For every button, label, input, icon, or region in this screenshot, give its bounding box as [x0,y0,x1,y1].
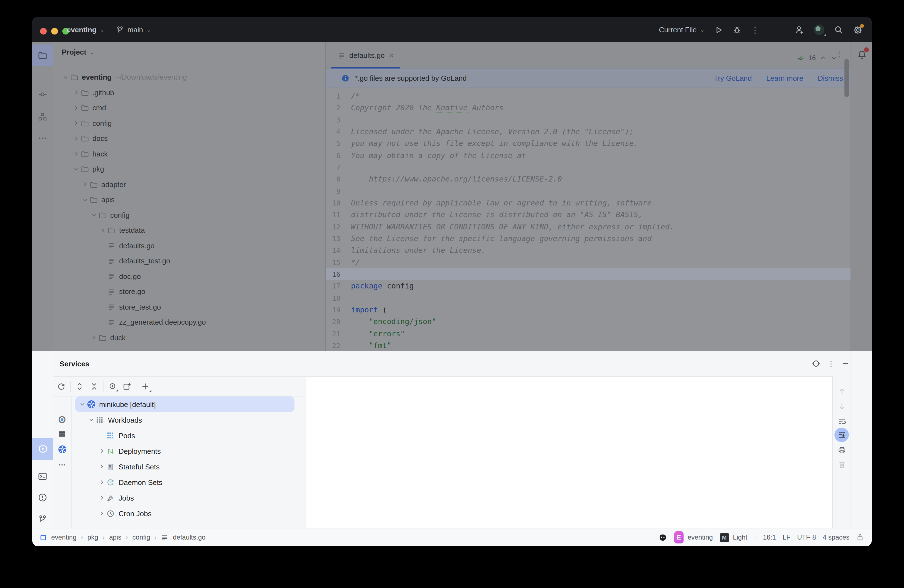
theme-widget[interactable]: M Light [719,533,747,542]
chevron-right-icon[interactable] [73,89,81,96]
breadcrumb-item[interactable]: eventing [51,533,77,541]
services-tree-item-workloads[interactable]: Workloads [75,412,294,428]
project-tree-item[interactable]: testdata [53,223,325,238]
inspections-widget[interactable]: 16 [797,54,837,62]
try-goland-link[interactable]: Try GoLand [714,74,752,82]
move-up-icon[interactable] [833,384,850,399]
file-encoding[interactable]: UTF-8 [797,533,816,541]
close-icon[interactable]: ✕ [389,52,394,59]
caret-position[interactable]: 16:1 [763,533,776,541]
debug-button[interactable] [733,25,741,34]
chevron-down-icon[interactable] [62,74,70,81]
services-tree-item-cron-jobs[interactable]: Cron Jobs [75,506,294,521]
branch-selector[interactable]: main [128,25,143,34]
copilot-icon[interactable] [658,533,667,542]
minimize-window-button[interactable] [51,28,58,35]
run-configuration-selector[interactable]: Current File⌄ [659,25,705,34]
scroll-to-end-icon[interactable] [833,428,850,442]
strip-more-button[interactable]: ⋯ [53,458,71,471]
breadcrumb-item[interactable]: config [133,533,150,541]
more-actions-button[interactable]: ⋮ [751,25,759,35]
panel-options-button[interactable]: ⋮ [827,359,835,368]
indent-setting[interactable]: 4 spaces [823,533,849,541]
chevron-right-icon[interactable] [98,479,105,485]
services-tree-item-pods[interactable]: Pods [75,428,294,443]
project-tree-item[interactable]: config [53,115,325,131]
servers-icon[interactable] [53,427,71,441]
project-tree-item[interactable]: duck [53,330,325,345]
kubernetes-icon[interactable] [53,443,71,456]
breadcrumb-item[interactable]: apis [109,533,121,541]
services-tree-item-deployments[interactable]: Deployments [75,443,294,459]
chevron-down-icon[interactable] [88,416,95,423]
move-down-icon[interactable] [833,399,850,413]
chevron-right-icon[interactable] [73,135,81,142]
refresh-icon[interactable] [57,382,66,391]
tab-defaults-go[interactable]: defaults.go ✕ [331,42,401,68]
add-service-button[interactable] [141,382,150,391]
project-tree-item[interactable]: hack [53,146,325,161]
code-editor[interactable]: 1/*2Copyright 2020 The Knative Authors34… [326,88,850,351]
chevron-right-icon[interactable] [82,181,90,188]
chevron-right-icon[interactable] [91,334,98,341]
chevron-right-icon[interactable] [73,120,81,126]
next-problem-button[interactable] [830,55,837,61]
print-icon[interactable] [833,443,850,457]
add-user-button[interactable] [795,25,804,35]
chevron-right-icon[interactable] [98,448,105,454]
project-selector[interactable]: eventing [67,25,96,34]
close-window-button[interactable] [40,28,47,35]
chevron-right-icon[interactable] [100,227,107,234]
chevron-right-icon[interactable] [98,510,105,517]
lock-icon[interactable] [856,533,864,541]
project-tree-item[interactable]: doc.go [53,269,325,284]
expand-all-icon[interactable] [75,382,84,391]
sidebar-more-button[interactable]: ⋯ [32,128,53,149]
learn-more-link[interactable]: Learn more [766,74,803,82]
chevron-right-icon[interactable] [98,495,105,501]
sidebar-item-project[interactable] [32,44,53,66]
scroll-to-source-icon[interactable] [812,359,820,368]
sidebar-item-git[interactable] [32,508,53,530]
prev-problem-button[interactable] [820,55,827,61]
project-tree-item[interactable]: pkg [53,161,325,177]
sidebar-item-structure[interactable] [32,106,53,127]
sidebar-item-terminal[interactable] [32,466,53,487]
run-button[interactable] [714,25,723,34]
search-everywhere-button[interactable] [834,25,843,35]
project-tree-item[interactable]: docs [53,131,325,146]
hide-panel-button[interactable] [842,360,849,368]
chevron-down-icon[interactable] [91,212,98,218]
sidebar-item-commit[interactable] [32,84,53,105]
environment-widget[interactable]: E eventing [674,531,713,544]
breadcrumb-item[interactable]: pkg [87,533,98,541]
project-tree-item[interactable]: store_test.go [53,299,325,315]
project-tree-item[interactable]: .github [53,85,325,100]
project-tree-item[interactable]: defaults.go [53,238,325,253]
services-tree-item-stateful-sets[interactable]: Stateful Sets [75,459,294,474]
project-tree-item[interactable]: apis [53,192,325,207]
services-tree-item-jobs[interactable]: Jobs [75,490,294,506]
notifications-bell-icon[interactable] [857,49,867,60]
project-tree-item[interactable]: store.go [53,284,325,299]
clear-icon[interactable] [833,457,850,472]
chevron-right-icon[interactable] [98,463,105,470]
editor-scrollbar[interactable] [844,59,849,97]
run-dashboard-icon[interactable] [53,413,71,426]
chevron-down-icon[interactable] [79,401,86,408]
chevron-right-icon[interactable] [73,151,81,157]
soft-wrap-icon[interactable] [833,414,850,428]
chevron-right-icon[interactable] [73,105,81,111]
chevron-down-icon[interactable] [73,166,81,172]
project-tree-item[interactable]: eventing~/Downloads/eventing [53,70,325,85]
chevron-down-icon[interactable] [82,196,90,203]
breadcrumb-item[interactable]: defaults.go [173,533,205,541]
line-ending[interactable]: LF [783,533,790,541]
services-tree-item-minikube-default-[interactable]: minikube [default] [75,397,294,412]
settings-button[interactable] [853,25,863,35]
sidebar-item-problems[interactable] [32,487,53,508]
project-tree-item[interactable]: defaults_test.go [53,253,325,269]
project-tree-item[interactable]: config [53,207,325,223]
open-in-new-tab-icon[interactable] [122,382,131,391]
view-options-icon[interactable] [108,382,117,391]
